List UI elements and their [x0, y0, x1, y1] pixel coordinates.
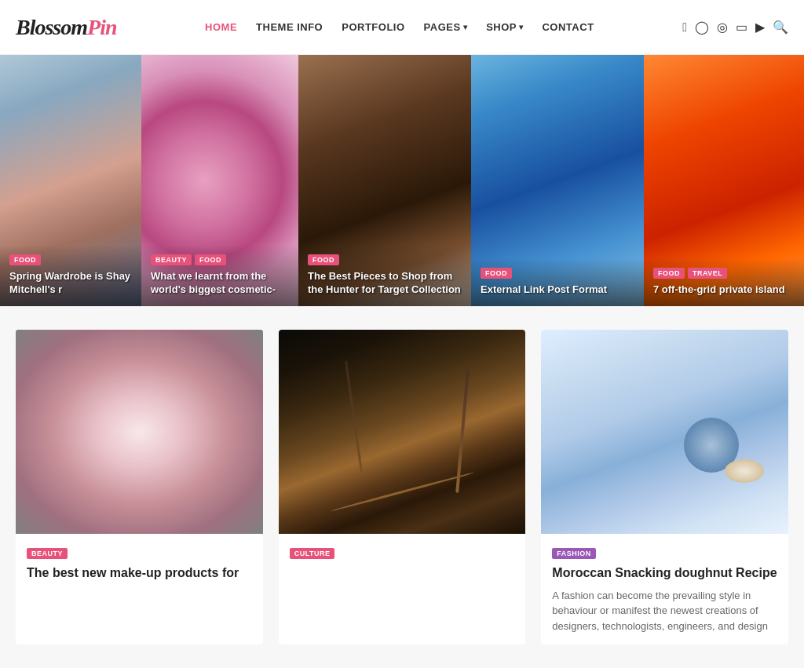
nav-portfolio[interactable]: PORTFOLIO	[342, 21, 404, 33]
hero-card-1-title: Spring Wardrobe is Shay Mitchell's r	[9, 270, 132, 297]
hero-card-3-tags: FOOD	[308, 254, 462, 265]
facebook-icon[interactable]: 	[682, 20, 687, 35]
tag-food[interactable]: FOOD	[653, 268, 685, 279]
post-3-title: Moroccan Snacking doughnut Recipe	[552, 565, 777, 582]
hero-card-1-overlay: FOOD Spring Wardrobe is Shay Mitchell's …	[0, 245, 141, 306]
tag-food[interactable]: FOOD	[195, 254, 226, 265]
hero-card-3-title: The Best Pieces to Shop from the Hunter …	[308, 270, 462, 297]
hero-card-4[interactable]: FOOD External Link Post Format	[471, 55, 644, 306]
hero-card-2-overlay: BEAUTY FOOD What we learnt from the worl…	[141, 245, 298, 306]
linkedin-icon[interactable]: ▭	[736, 20, 747, 35]
post-1-title: The best new make-up products for	[27, 565, 252, 582]
hero-card-2-title: What we learnt from the world's biggest …	[151, 270, 289, 297]
hero-card-2[interactable]: BEAUTY FOOD What we learnt from the worl…	[141, 55, 298, 306]
logo-pin: Pin	[87, 15, 116, 39]
hero-card-1-tags: FOOD	[9, 254, 132, 265]
hero-card-3-overlay: FOOD The Best Pieces to Shop from the Hu…	[298, 245, 471, 306]
header: BlossomPin HOME THEME INFO PORTFOLIO PAG…	[0, 0, 804, 55]
post-1-content: BEAUTY The best new make-up products for	[16, 534, 263, 599]
hero-card-2-tags: BEAUTY FOOD	[151, 254, 289, 265]
posts-grid: BEAUTY The best new make-up products for…	[16, 330, 788, 645]
tag-beauty[interactable]: BEAUTY	[151, 254, 192, 265]
post-3-excerpt: A fashion can become the prevailing styl…	[552, 588, 777, 634]
pinterest-icon[interactable]: ◎	[717, 20, 728, 35]
hero-card-5-title: 7 off-the-grid private island	[653, 283, 795, 297]
hero-card-1[interactable]: FOOD Spring Wardrobe is Shay Mitchell's …	[0, 55, 141, 306]
nav-contact[interactable]: CONTACT	[542, 21, 594, 33]
hero-slider: FOOD Spring Wardrobe is Shay Mitchell's …	[0, 55, 804, 306]
hero-card-5[interactable]: FOOD TRAVEL 7 off-the-grid private islan…	[644, 55, 804, 306]
tag-food[interactable]: FOOD	[481, 268, 512, 279]
main-nav: HOME THEME INFO PORTFOLIO PAGES SHOP CON…	[205, 21, 594, 33]
post-1-tag[interactable]: BEAUTY	[27, 545, 252, 559]
post-2-tag[interactable]: CULTURE	[290, 545, 515, 559]
hero-card-5-tags: FOOD TRAVEL	[653, 268, 795, 279]
hero-card-3[interactable]: FOOD The Best Pieces to Shop from the Hu…	[298, 55, 471, 306]
hero-card-4-title: External Link Post Format	[481, 283, 634, 297]
hero-card-4-overlay: FOOD External Link Post Format	[471, 258, 644, 306]
posts-section: BEAUTY The best new make-up products for…	[0, 306, 804, 668]
youtube-icon[interactable]: ▶	[755, 20, 765, 35]
logo-blossom: Blossom	[16, 15, 87, 39]
nav-pages[interactable]: PAGES	[424, 21, 468, 33]
post-card-2[interactable]: CULTURE	[279, 330, 526, 645]
site-logo[interactable]: BlossomPin	[16, 15, 117, 40]
nav-shop[interactable]: SHOP	[486, 21, 523, 33]
hero-card-4-tags: FOOD	[481, 268, 634, 279]
nav-theme-info[interactable]: THEME INFO	[256, 21, 323, 33]
header-social-icons:  ◯ ◎ ▭ ▶ 🔍	[682, 20, 788, 35]
post-card-1[interactable]: BEAUTY The best new make-up products for	[16, 330, 263, 645]
tag-travel[interactable]: TRAVEL	[688, 268, 727, 279]
tag-food[interactable]: FOOD	[9, 254, 41, 265]
search-icon[interactable]: 🔍	[773, 20, 788, 35]
hero-card-5-overlay: FOOD TRAVEL 7 off-the-grid private islan…	[644, 258, 804, 306]
post-card-3[interactable]: FASHION Moroccan Snacking doughnut Recip…	[541, 330, 788, 645]
instagram-icon[interactable]: ◯	[695, 20, 709, 35]
post-3-tag[interactable]: FASHION	[552, 545, 777, 559]
post-3-content: FASHION Moroccan Snacking doughnut Recip…	[541, 534, 788, 645]
post-2-content: CULTURE	[279, 534, 526, 576]
tag-food[interactable]: FOOD	[308, 254, 339, 265]
nav-home[interactable]: HOME	[205, 21, 237, 33]
